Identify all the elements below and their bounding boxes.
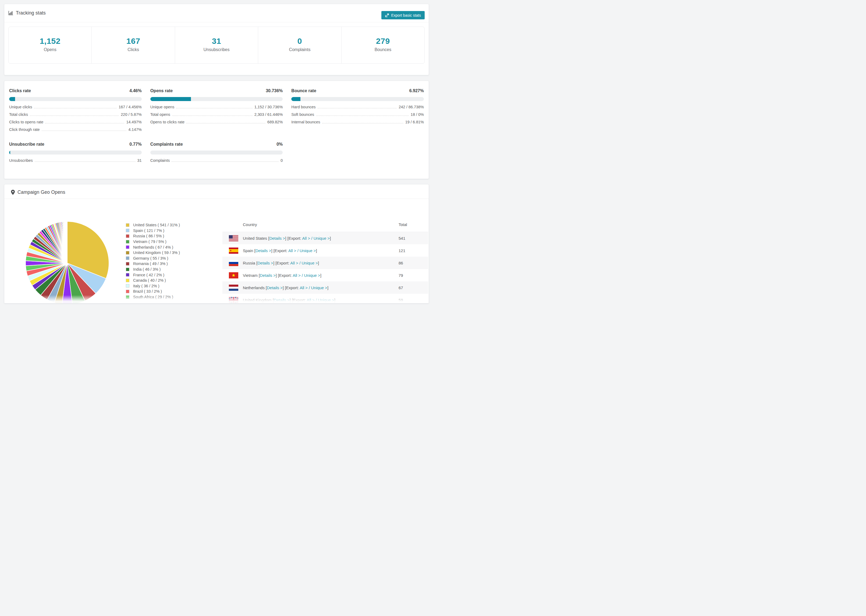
export-all-link[interactable]: All > bbox=[288, 248, 296, 253]
flag-es-icon bbox=[229, 248, 238, 254]
export-unique-link[interactable]: Unique > bbox=[299, 248, 316, 253]
dotted-leader bbox=[42, 130, 127, 131]
stat-label: Bounces bbox=[342, 47, 424, 52]
export-unique-link[interactable]: Unique > bbox=[311, 285, 327, 290]
export-all-link[interactable]: All > bbox=[293, 273, 301, 278]
legend-label: United Kingdom ( 59 / 3% ) bbox=[133, 250, 180, 255]
legend-label: Romania ( 49 / 3% ) bbox=[133, 261, 168, 266]
flag-ru-icon bbox=[229, 260, 238, 266]
legend-swatch bbox=[126, 256, 129, 260]
legend-item: South Africa ( 29 / 2% ) bbox=[126, 294, 180, 300]
rate-row-label: Unsubscribes bbox=[9, 158, 33, 163]
tracking-stats-card: Tracking stats Export basic stats 1,152O… bbox=[4, 4, 429, 75]
legend-item: Germany ( 55 / 3% ) bbox=[126, 256, 180, 261]
export-all-link[interactable]: All > bbox=[290, 261, 298, 265]
details-link[interactable]: Details > bbox=[269, 236, 285, 240]
geo-header: Campaign Geo Opens bbox=[4, 184, 429, 199]
rate-detail-row: Unsubscribes31 bbox=[9, 158, 142, 163]
rate-row-label: Complaints bbox=[150, 158, 170, 163]
legend-label: Vietnam ( 79 / 5% ) bbox=[133, 239, 167, 244]
country-name: Spain bbox=[243, 248, 253, 253]
table-row: Netherlands [Details >] [Export: All > /… bbox=[222, 281, 428, 294]
progress-bar bbox=[9, 151, 142, 154]
rate-detail-row: Complaints0 bbox=[150, 158, 283, 163]
stat-cell-bounces: 279Bounces bbox=[342, 27, 424, 63]
rate-detail-row: Opens to clicks rate689.82% bbox=[150, 120, 283, 124]
rate-row-value: 1,152 / 30.736% bbox=[254, 105, 283, 109]
export-unique-link[interactable]: Unique > bbox=[304, 273, 320, 278]
legend-label: United States ( 541 / 31% ) bbox=[133, 223, 180, 227]
map-pin-icon bbox=[11, 190, 15, 195]
country-name: Russia bbox=[243, 261, 255, 265]
details-link[interactable]: Details > bbox=[255, 248, 271, 253]
link-separator: / bbox=[311, 236, 312, 240]
flag-gb-icon bbox=[229, 297, 238, 303]
pie-legend: United States ( 541 / 31% )Spain ( 121 /… bbox=[126, 222, 180, 300]
table-row: United Kingdom [Details >] [Export: All … bbox=[222, 294, 428, 303]
stat-cell-clicks: 167Clicks bbox=[92, 27, 175, 63]
details-link[interactable]: Details > bbox=[274, 298, 290, 302]
pie-slice[interactable] bbox=[67, 222, 67, 263]
progress-bar-fill bbox=[9, 151, 10, 154]
stat-label: Opens bbox=[9, 47, 91, 52]
rate-value: 6.927% bbox=[409, 88, 424, 93]
rate-detail-row: Click through rate4.147% bbox=[9, 127, 142, 132]
export-all-link[interactable]: All > bbox=[307, 298, 315, 302]
tracking-stats-header: Tracking stats Export basic stats bbox=[4, 4, 429, 22]
country-name: Netherlands bbox=[243, 285, 265, 290]
rate-detail-row: Clicks to opens rate14.497% bbox=[9, 120, 142, 124]
legend-swatch bbox=[126, 245, 129, 249]
country-name: Vietnam bbox=[243, 273, 258, 278]
rate-row-label: Hard bounces bbox=[291, 105, 315, 109]
rate-row-value: 167 / 4.456% bbox=[119, 105, 142, 109]
rate-detail-row: Soft bounces18 / 0% bbox=[291, 112, 424, 117]
progress-bar bbox=[150, 97, 283, 101]
stat-cell-opens: 1,152Opens bbox=[9, 27, 92, 63]
stat-value: 31 bbox=[175, 36, 258, 46]
export-all-link[interactable]: All > bbox=[302, 236, 310, 240]
rate-title: Complaints rate bbox=[150, 142, 183, 147]
page-title: Tracking stats bbox=[16, 10, 46, 16]
details-link[interactable]: Details > bbox=[260, 273, 276, 278]
legend-swatch bbox=[126, 234, 129, 238]
dotted-leader bbox=[318, 108, 397, 108]
country-cell: Vietnam [Details >] [Export: All > / Uni… bbox=[222, 272, 398, 278]
country-cell: Spain [Details >] [Export: All > / Uniqu… bbox=[222, 248, 398, 254]
dotted-leader bbox=[34, 108, 117, 108]
rate-row-value: 18 / 0% bbox=[411, 112, 424, 117]
legend-swatch bbox=[126, 284, 129, 288]
rate-value: 0.77% bbox=[129, 142, 142, 147]
country-name: United Kingdom bbox=[243, 298, 272, 302]
rate-row-label: Click through rate bbox=[9, 127, 40, 132]
export-unique-link[interactable]: Unique > bbox=[313, 236, 330, 240]
legend-swatch bbox=[126, 295, 129, 299]
rate-title: Opens rate bbox=[150, 88, 173, 93]
table-body: United States [Details >] [Export: All >… bbox=[222, 232, 428, 303]
export-icon bbox=[385, 13, 389, 17]
rate-panel-unsubscribe: Unsubscribe rate0.77%Unsubscribes31 bbox=[9, 142, 142, 163]
legend-swatch bbox=[126, 268, 129, 271]
table-row: Vietnam [Details >] [Export: All > / Uni… bbox=[222, 269, 428, 281]
rate-row-value: 2,303 / 61.446% bbox=[254, 112, 283, 117]
details-link[interactable]: Details > bbox=[267, 285, 283, 290]
link-separator: / bbox=[316, 298, 317, 302]
progress-bar bbox=[150, 151, 283, 154]
rate-row-label: Internal bounces bbox=[291, 120, 320, 124]
legend-swatch bbox=[126, 251, 129, 255]
legend-item: Russia ( 86 / 5% ) bbox=[126, 233, 180, 239]
table-header-row: Country Total bbox=[222, 217, 428, 232]
legend-item: Spain ( 121 / 7% ) bbox=[126, 228, 180, 234]
legend-item: United States ( 541 / 31% ) bbox=[126, 222, 180, 228]
export-all-link[interactable]: All > bbox=[299, 285, 308, 290]
table-row: Spain [Details >] [Export: All > / Uniqu… bbox=[222, 244, 428, 257]
legend-label: South Africa ( 29 / 2% ) bbox=[133, 295, 173, 299]
export-unique-link[interactable]: Unique > bbox=[301, 261, 318, 265]
export-basic-stats-button[interactable]: Export basic stats bbox=[381, 11, 425, 19]
total-cell: 86 bbox=[398, 261, 428, 265]
legend-label: Spain ( 121 / 7% ) bbox=[133, 228, 164, 233]
legend-label: Brazil ( 33 / 2% ) bbox=[133, 289, 162, 294]
export-unique-link[interactable]: Unique > bbox=[318, 298, 334, 302]
progress-bar bbox=[291, 97, 424, 101]
rate-detail-row: Total clicks220 / 5.87% bbox=[9, 112, 142, 117]
details-link[interactable]: Details > bbox=[257, 261, 273, 265]
